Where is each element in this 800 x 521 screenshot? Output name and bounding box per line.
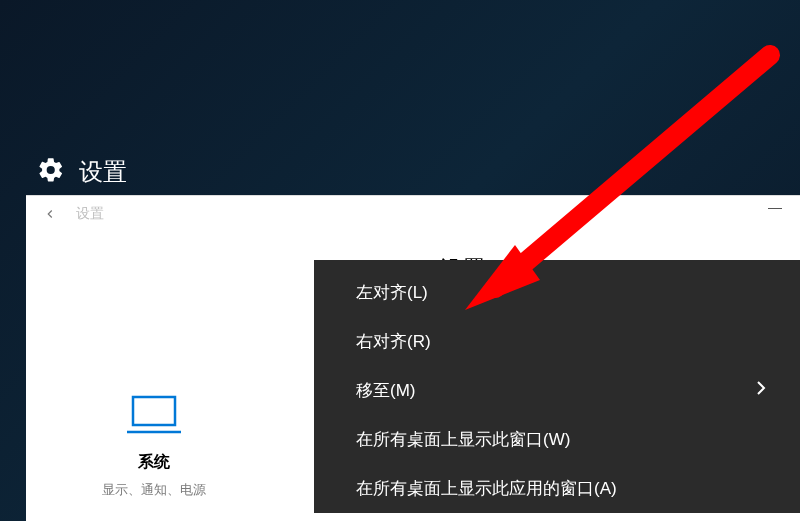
minimize-icon[interactable]	[768, 208, 782, 209]
ctx-item-show-app-all-desktops[interactable]: 在所有桌面上显示此应用的窗口(A)	[314, 464, 800, 513]
ctx-item-label: 移至(M)	[356, 379, 415, 402]
ctx-item-label: 左对齐(L)	[356, 281, 428, 304]
chevron-right-icon	[756, 380, 766, 401]
ctx-item-snap-right[interactable]: 右对齐(R)	[314, 317, 800, 366]
ctx-item-label: 在所有桌面上显示此窗口(W)	[356, 428, 570, 451]
ctx-item-show-window-all-desktops[interactable]: 在所有桌面上显示此窗口(W)	[314, 415, 800, 464]
tile-name: 系统	[138, 452, 170, 473]
tile-desc: 显示、通知、电源	[102, 483, 206, 498]
back-button[interactable]	[32, 196, 68, 232]
ctx-item-label: 右对齐(R)	[356, 330, 431, 353]
laptop-icon	[125, 388, 183, 442]
tile-system[interactable]: 系统 显示、通知、电源	[84, 388, 224, 498]
ctx-item-move-to[interactable]: 移至(M)	[314, 366, 800, 415]
svg-rect-0	[133, 397, 175, 425]
gear-icon	[37, 156, 65, 188]
ctx-item-snap-left[interactable]: 左对齐(L)	[314, 268, 800, 317]
context-menu: 左对齐(L) 右对齐(R) 移至(M) 在所有桌面上显示此窗口(W) 在所有桌面…	[314, 260, 800, 513]
ctx-item-label: 在所有桌面上显示此应用的窗口(A)	[356, 477, 617, 500]
window-title: 设置	[76, 205, 104, 223]
overlay-title-text: 设置	[79, 156, 127, 188]
overlay-title: 设置	[37, 156, 127, 188]
window-titlebar: 设置	[26, 196, 800, 232]
